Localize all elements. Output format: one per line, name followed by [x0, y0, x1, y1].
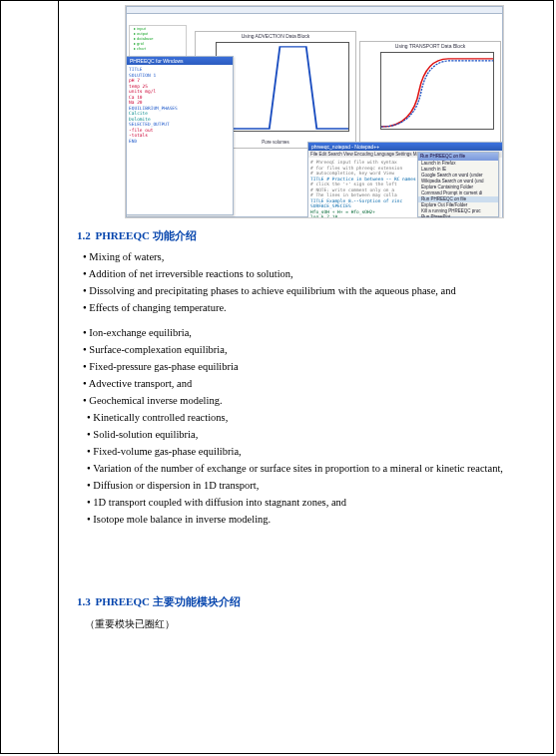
list-item: 1D transport coupled with diffusion into…	[87, 497, 545, 508]
ctx-item: Run PhreePlot	[418, 214, 498, 218]
chart2-curves	[381, 53, 493, 129]
section-1-3-header: 1.3 PHREEQC 主要功能模块介绍	[77, 594, 545, 609]
section-1-3-number: 1.3	[77, 595, 91, 607]
section-1-3-note: （重要模块已圈红）	[85, 617, 545, 631]
list-item: Fixed-pressure gas-phase equilibria	[83, 361, 545, 372]
chart1-plot	[216, 42, 349, 132]
codewin-title: PHREEQC for Windows	[127, 57, 233, 65]
context-menu: Run PHREEQC on file Launch in Firefox La…	[417, 152, 499, 217]
section-1-2-number: 1.2	[77, 229, 91, 241]
list-item: Addition of net irreversible reactions t…	[83, 268, 545, 279]
list-item: Surface-complexation equilibria,	[83, 344, 545, 355]
section-1-2-header: 1.2 PHREEQC 功能介绍	[77, 228, 545, 243]
list-item: Kinetically controlled reactions,	[87, 412, 545, 423]
chart-transport: Using TRANSPORT Data Block	[359, 41, 501, 145]
main-titlebar	[127, 7, 502, 14]
list-item: Solid-solution equilibria,	[87, 429, 545, 440]
list-item: Diffusion or dispersion in 1D transport,	[87, 480, 545, 491]
chart2-title: Using TRANSPORT Data Block	[360, 42, 500, 50]
list-item: Variation of the number of exchange or s…	[87, 463, 545, 474]
feature-list-2: Ion-exchange equilibria, Surface-complex…	[83, 327, 545, 406]
list-item: Ion-exchange equilibria,	[83, 327, 545, 338]
section-1-2-title: PHREEQC 功能介绍	[96, 229, 197, 241]
feature-list-1: Mixing of waters, Addition of net irreve…	[83, 251, 545, 313]
list-item: Fixed-volume gas-phase equilibria,	[87, 446, 545, 457]
ctx-header: Run PHREEQC on file	[418, 153, 498, 161]
phreeqc-code-window: PHREEQC for Windows TITLE SOLUTION 1 pH …	[126, 56, 234, 215]
section-1-3-title: PHREEQC 主要功能模块介绍	[96, 595, 241, 607]
list-item: Effects of changing temperature.	[83, 302, 545, 313]
list-item: Isotope mole balance in inverse modeling…	[87, 514, 545, 525]
list-item: Dissolving and precipitating phases to a…	[83, 285, 545, 296]
chart1-title: Using ADVECTION Data Block	[196, 32, 355, 40]
page-frame: ▸ input▸ output▸ database▸ grid▸ chart U…	[0, 0, 554, 754]
list-item: Advective transport, and	[83, 378, 545, 389]
notepad-title: phreeqc_notepad - Notepad++	[308, 143, 502, 151]
content-cell: ▸ input▸ output▸ database▸ grid▸ chart U…	[59, 1, 553, 753]
feature-list-3: Kinetically controlled reactions, Solid-…	[87, 412, 545, 525]
application-screenshot-figure: ▸ input▸ output▸ database▸ grid▸ chart U…	[125, 5, 504, 218]
codewin-body: TITLE SOLUTION 1 pH 7 temp 25 units mg/l…	[127, 65, 233, 146]
chart2-plot	[380, 52, 494, 130]
left-margin-cell	[1, 1, 59, 753]
list-item: Mixing of waters,	[83, 251, 545, 262]
chart1-curve	[217, 43, 348, 131]
list-item: Geochemical inverse modeling.	[83, 395, 545, 406]
